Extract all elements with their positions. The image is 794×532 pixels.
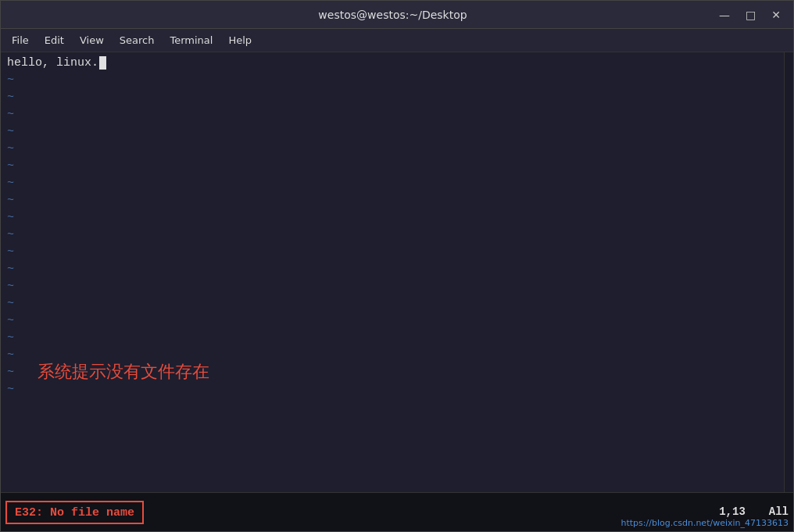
scrollbar[interactable] [784,52,793,492]
tilde-line-13: ~ [1,260,784,277]
editor-line-1: hello, linux. [1,54,784,71]
menu-search[interactable]: Search [112,31,163,49]
tilde-line-5: ~ [1,123,784,140]
terminal-window: westos@westos:~/Desktop — □ ✕ File Edit … [0,0,794,532]
tilde-line-2: ~ [1,71,784,88]
menu-view[interactable]: View [72,31,112,49]
tilde-line-16: ~ [1,312,784,329]
tilde-line-20: ~ [1,380,784,398]
menu-help[interactable]: Help [220,31,259,49]
tilde-line-17: ~ [1,329,784,346]
status-bar: E32: No file name 1,13 All https://blog.… [1,492,793,531]
cursor-position: 1,13 [719,505,746,518]
tilde-line-7: ~ [1,157,784,174]
menu-terminal[interactable]: Terminal [162,31,220,49]
menu-edit[interactable]: Edit [37,31,72,49]
window-controls: — □ ✕ [714,7,785,23]
tilde-line-4: ~ [1,105,784,123]
title-bar: westos@westos:~/Desktop — □ ✕ [1,1,793,29]
error-message-box: E32: No file name [5,501,144,524]
tilde-line-10: ~ [1,209,784,226]
menu-bar: File Edit View Search Terminal Help [1,29,793,52]
window-title: westos@westos:~/Desktop [71,9,714,21]
watermark-url: https://blog.csdn.net/weixin_47133613 [621,518,789,528]
minimize-button[interactable]: — [714,7,735,23]
tilde-line-12: ~ [1,243,784,260]
editor-content[interactable]: hello, linux. ~ ~ ~ ~ ~ ~ ~ ~ ~ ~ ~ ~ ~ … [1,52,784,492]
menu-file[interactable]: File [4,31,37,49]
annotation-text: 系统提示没有文件存在 [38,360,209,384]
tilde-line-9: ~ [1,191,784,209]
tilde-line-6: ~ [1,140,784,157]
tilde-line-15: ~ [1,295,784,312]
editor-area[interactable]: hello, linux. ~ ~ ~ ~ ~ ~ ~ ~ ~ ~ ~ ~ ~ … [1,52,793,492]
tilde-line-14: ~ [1,277,784,295]
close-button[interactable]: ✕ [767,7,785,23]
tilde-line-8: ~ [1,174,784,191]
status-right: 1,13 All https://blog.csdn.net/weixin_47… [616,502,793,531]
maximize-button[interactable]: □ [741,7,760,23]
tilde-line-3: ~ [1,88,784,105]
annotation-line: ~ 系统提示没有文件存在 [1,363,784,380]
position-all: All [769,505,789,518]
error-text: E32: No file name [15,506,134,520]
first-line-text: hello, linux. [7,56,98,70]
text-cursor [99,56,106,70]
tilde-line-18: ~ [1,346,784,363]
tilde-line-11: ~ [1,226,784,243]
